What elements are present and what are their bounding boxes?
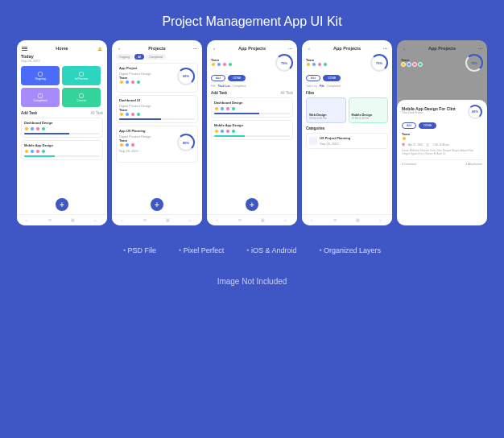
calendar-icon: 📅 xyxy=(402,143,405,147)
disclaimer-note: Image Not Included xyxy=(217,277,287,286)
nav-profile-icon[interactable]: ☺ xyxy=(283,218,288,223)
progress-ring: 80% xyxy=(177,134,195,151)
bottom-nav: ⌂ ✉ ▦ ☺ xyxy=(112,214,202,225)
screen-home: Home 🔔 Today Sep 28, 2022 Ongoing In Pro… xyxy=(17,40,107,225)
add-task-label: Add Task xyxy=(21,111,37,115)
status-card-ongoing[interactable]: Ongoing xyxy=(21,66,60,85)
project-card[interactable]: App UX Planning Digital Product Design T… xyxy=(116,126,198,163)
nav-calendar-icon[interactable]: ▦ xyxy=(71,218,76,223)
tab-completed[interactable]: Completed xyxy=(233,85,246,88)
folder-icon xyxy=(309,137,317,145)
status-card-completed[interactable]: Completed xyxy=(21,88,60,107)
feature-item: iOS & Android xyxy=(246,246,296,254)
clock-icon: 🕒 xyxy=(426,143,429,147)
tab-file[interactable]: File xyxy=(320,85,324,88)
header-title: App Projects xyxy=(238,46,266,51)
nav-calendar-icon[interactable]: ▦ xyxy=(261,218,266,223)
project-card[interactable]: App Project Digital Product Design Team … xyxy=(116,63,198,93)
more-icon[interactable]: ⋯ xyxy=(382,45,388,52)
done-pill[interactable]: DONE xyxy=(228,75,246,81)
add-pill[interactable]: Add xyxy=(306,75,320,81)
nav-profile-icon[interactable]: ☺ xyxy=(188,218,193,223)
fab-add[interactable]: + xyxy=(151,198,163,211)
progress-ring: 75% xyxy=(465,54,483,72)
back-icon[interactable]: ‹ xyxy=(211,45,217,52)
task-card[interactable]: Mobile App Design xyxy=(21,140,103,160)
task-card[interactable]: Mobile App Design xyxy=(211,120,293,140)
nav-profile-icon[interactable]: ☺ xyxy=(378,218,383,223)
bottom-nav: ⌂ ✉ ▦ ☺ xyxy=(302,214,392,225)
categories-label: Categories xyxy=(306,126,324,130)
header-title: App Projects xyxy=(428,46,456,51)
feature-item: Organized Layers xyxy=(319,246,381,254)
nav-send-icon[interactable]: ✉ xyxy=(333,218,338,223)
all-task-link[interactable]: All Task xyxy=(91,111,103,115)
header-title: Home xyxy=(56,46,68,51)
category-item[interactable]: UX Project Planning Sep 28, 2022 xyxy=(306,133,388,149)
more-icon[interactable]: ⋯ xyxy=(287,45,293,52)
filter-chip[interactable]: Completed xyxy=(146,54,166,60)
feature-item: Pixel Perfect xyxy=(179,246,224,254)
progress-ring: 60% xyxy=(468,105,482,119)
screen-projects: ‹ Projects ⋯ Ongoing All Completed App P… xyxy=(112,40,202,225)
nav-send-icon[interactable]: ✉ xyxy=(143,218,148,223)
file-card[interactable]: Mobile Design 20 File & 40 File xyxy=(349,97,389,123)
notification-icon[interactable]: 🔔 xyxy=(97,45,103,52)
project-card[interactable]: Dashboard UI Digital Product Design Team xyxy=(116,95,198,123)
tab-completed[interactable]: Completed xyxy=(327,85,341,88)
tab-tasklist[interactable]: Task List xyxy=(218,85,230,88)
nav-send-icon[interactable]: ✉ xyxy=(238,218,243,223)
fab-add[interactable]: + xyxy=(246,198,258,211)
all-task-link[interactable]: All Task xyxy=(281,91,293,95)
status-card-inprocess[interactable]: In Process xyxy=(62,66,101,85)
page-title: Project Management App UI Kit xyxy=(162,14,341,29)
nav-home-icon[interactable]: ⌂ xyxy=(216,218,221,223)
features-row: PSD File Pixel Perfect iOS & Android Org… xyxy=(123,246,381,254)
tab-file[interactable]: File xyxy=(211,85,216,88)
tab-tasklist[interactable]: Task List xyxy=(306,85,317,88)
nav-home-icon[interactable]: ⌂ xyxy=(121,218,126,223)
screen-app-projects-files: ‹ App Projects ⋯ Team 75% Add DONE Task … xyxy=(302,40,392,225)
nav-calendar-icon[interactable]: ▦ xyxy=(166,218,171,223)
progress-ring: 60% xyxy=(177,68,195,85)
filter-chip-active[interactable]: All xyxy=(134,54,144,60)
nav-profile-icon[interactable]: ☺ xyxy=(93,218,98,223)
status-card-cancel[interactable]: Cancel xyxy=(62,88,101,107)
back-icon[interactable]: ‹ xyxy=(306,45,312,52)
menu-icon[interactable] xyxy=(21,45,27,52)
header-title: Projects xyxy=(148,46,166,51)
more-icon[interactable]: ⋯ xyxy=(477,45,483,52)
progress-ring: 75% xyxy=(275,54,293,72)
bottom-sheet: Mobile App Design For Clint Clint Dark F… xyxy=(397,100,487,225)
nav-home-icon[interactable]: ⌂ xyxy=(26,218,31,223)
add-pill[interactable]: Add xyxy=(211,75,225,81)
task-card[interactable]: Dashboard Design xyxy=(211,97,293,118)
feature-item: PSD File xyxy=(123,246,156,254)
add-pill[interactable]: Add xyxy=(402,122,416,129)
fab-add[interactable]: + xyxy=(56,198,68,211)
more-icon[interactable]: ⋯ xyxy=(192,45,198,52)
done-pill[interactable]: DONE xyxy=(323,75,341,81)
nav-calendar-icon[interactable]: ▦ xyxy=(356,218,361,223)
task-card[interactable]: Dashboard Design xyxy=(21,118,103,138)
screen-task-detail-sheet: ‹ App Projects ⋯ Team 75% Mobile App Des… xyxy=(397,40,487,225)
done-pill[interactable]: DONE xyxy=(419,122,436,129)
date-meta: Apr 22, 2022 xyxy=(408,143,423,147)
description-text: Donec Molestie Ultricies Dolor, Nec Feug… xyxy=(402,149,482,156)
filter-chip[interactable]: Ongoing xyxy=(116,54,133,60)
nav-send-icon[interactable]: ✉ xyxy=(48,218,53,223)
comment-count[interactable]: 0 Comment xyxy=(402,163,416,166)
screen-app-projects-tasks: ‹ App Projects ⋯ Team 75% Add DONE File … xyxy=(207,40,297,225)
time-meta: 7:30 - 8:36 pm xyxy=(432,143,449,147)
bottom-nav: ⌂ ✉ ▦ ☺ xyxy=(17,214,107,225)
date-label: Sep 28, 2022 xyxy=(21,59,103,63)
bottom-nav: ⌂ ✉ ▦ ☺ xyxy=(207,214,297,225)
add-task-label: Add Task xyxy=(211,91,227,95)
files-label: Files xyxy=(306,91,314,95)
attachment-count[interactable]: 4 Attachment xyxy=(466,163,482,166)
screens-row: Home 🔔 Today Sep 28, 2022 Ongoing In Pro… xyxy=(17,40,487,225)
file-card[interactable]: Web Design 20 File & 40 File xyxy=(306,97,346,123)
back-icon[interactable]: ‹ xyxy=(401,45,407,52)
nav-home-icon[interactable]: ⌂ xyxy=(311,218,316,223)
back-icon[interactable]: ‹ xyxy=(116,45,122,52)
